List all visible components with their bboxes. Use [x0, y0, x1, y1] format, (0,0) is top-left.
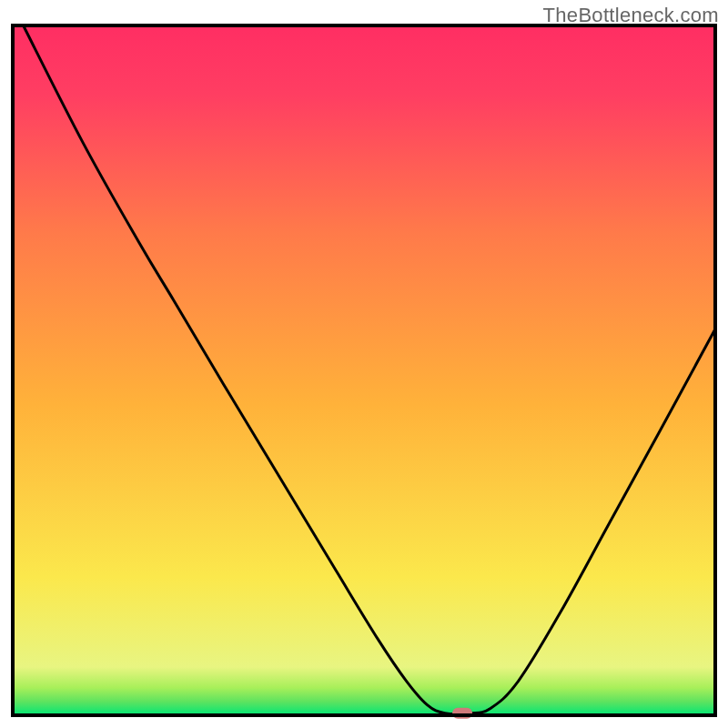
gradient-background [13, 25, 715, 715]
watermark-text: TheBottleneck.com [543, 4, 719, 27]
bottleneck-chart [0, 0, 728, 728]
chart-container: TheBottleneck.com [0, 0, 728, 728]
